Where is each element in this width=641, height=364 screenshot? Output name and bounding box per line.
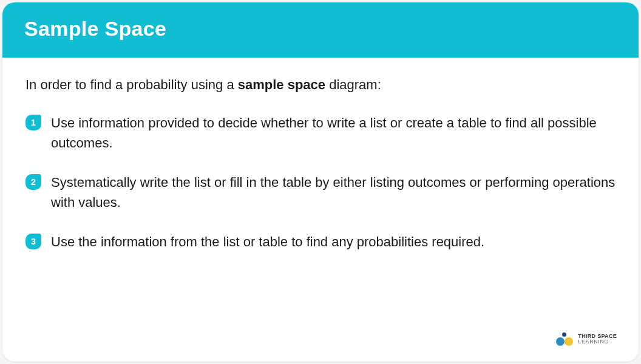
logo-icon [556, 332, 573, 346]
step-text: Systematically write the list or fill in… [51, 172, 616, 212]
intro-prefix: In order to find a probability using a [25, 77, 238, 92]
card-container: Sample Space In order to find a probabil… [2, 2, 639, 362]
intro-suffix: diagram: [325, 77, 381, 92]
step-item: 1 Use information provided to decide whe… [25, 113, 616, 153]
step-text: Use information provided to decide wheth… [51, 113, 616, 153]
step-number-badge: 1 [25, 115, 41, 130]
step-item: 2 Systematically write the list or fill … [25, 172, 616, 212]
step-number-badge: 3 [25, 234, 41, 249]
card-header: Sample Space [2, 2, 639, 58]
intro-bold: sample space [238, 77, 325, 92]
logo-line2: LEARNING [578, 339, 617, 345]
step-number-badge: 2 [25, 174, 41, 190]
card-content: In order to find a probability using a s… [2, 58, 639, 283]
step-item: 3 Use the information from the list or t… [25, 232, 616, 252]
intro-text: In order to find a probability using a s… [25, 76, 616, 95]
step-text: Use the information from the list or tab… [51, 232, 484, 252]
brand-logo: THIRD SPACE LEARNING [556, 332, 617, 346]
logo-text: THIRD SPACE LEARNING [578, 334, 617, 345]
page-title: Sample Space [24, 17, 617, 41]
